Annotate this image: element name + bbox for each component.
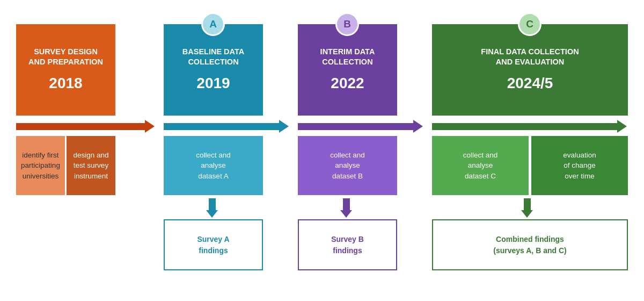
badge-a: A [201, 12, 225, 36]
sub-box-collect-a: collect and analyse dataset A [164, 136, 263, 195]
phase2-box: BASELINE DATA COLLECTION 2019 [164, 24, 263, 116]
phase3-title: INTERIM DATA COLLECTION [320, 47, 375, 68]
arrow-phase2 [164, 120, 289, 133]
phase1-content: SURVEY DESIGN AND PREPARATION 2018 [16, 24, 115, 116]
finding-b-text: Survey B findings [304, 227, 391, 263]
phase3-box: INTERIM DATA COLLECTION 2022 [298, 24, 397, 116]
arrow-phase1 [16, 120, 155, 133]
sub2-text: collect and analyse dataset A [164, 136, 263, 195]
phase4-content: FINAL DATA COLLECTION AND EVALUATION 202… [432, 24, 628, 116]
phase4-title: FINAL DATA COLLECTION AND EVALUATION [481, 47, 579, 68]
sub-box-evaluation: evaluation of change over time [531, 136, 628, 195]
phase1-title: SURVEY DESIGN AND PREPARATION [28, 47, 103, 68]
sub4b-text: evaluation of change over time [531, 136, 628, 195]
phase4-year: 2024/5 [507, 73, 553, 94]
sub1b-text: design and test survey instrument [67, 136, 115, 195]
phase2-content: BASELINE DATA COLLECTION 2019 [164, 24, 263, 116]
down-arrow-c [521, 198, 533, 218]
badge-c: C [518, 12, 541, 36]
sub-box-collect-b: collect and analyse dataset B [298, 136, 397, 195]
phase3-year: 2022 [331, 73, 364, 94]
arrow-phase4 [432, 120, 627, 133]
phase1-box: SURVEY DESIGN AND PREPARATION 2018 [16, 24, 115, 116]
phase2-title: BASELINE DATA COLLECTION [182, 47, 244, 68]
sub1a-text: identify first participating universitie… [16, 136, 65, 195]
down-arrow-a [206, 198, 218, 218]
arrow-phase3 [298, 120, 423, 133]
finding-a-text: Survey A findings [170, 227, 257, 263]
sub-box-collect-c: collect and analyse dataset C [432, 136, 529, 195]
finding-box-a: Survey A findings [164, 219, 263, 270]
finding-box-b: Survey B findings [298, 219, 397, 270]
finding-combined-text: Combined findings (surveys A, B and C) [438, 227, 621, 263]
phase2-year: 2019 [196, 73, 230, 94]
sub-box-identify-universities: identify first participating universitie… [16, 136, 65, 195]
sub-box-design-survey: design and test survey instrument [67, 136, 115, 195]
down-arrow-b [340, 198, 353, 218]
finding-box-combined: Combined findings (surveys A, B and C) [432, 219, 628, 270]
sub3-text: collect and analyse dataset B [298, 136, 397, 195]
phase1-year: 2018 [49, 73, 82, 94]
phase4-box: FINAL DATA COLLECTION AND EVALUATION 202… [432, 24, 628, 116]
sub4a-text: collect and analyse dataset C [432, 136, 529, 195]
phase3-content: INTERIM DATA COLLECTION 2022 [298, 24, 397, 116]
badge-b: B [335, 12, 359, 36]
